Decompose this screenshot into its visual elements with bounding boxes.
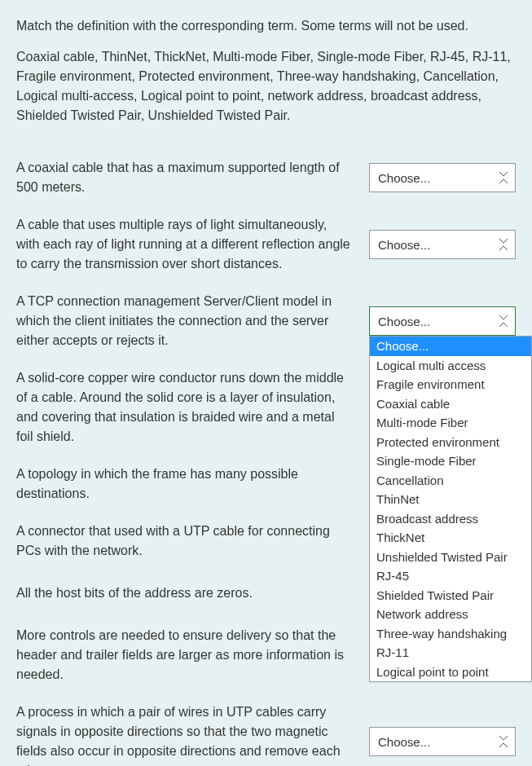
- dropdown-option[interactable]: Coaxial cable: [370, 394, 531, 414]
- dropdown-option[interactable]: Shielded Twisted Pair: [370, 586, 531, 605]
- question-row: A TCP connection management Server/Clien…: [16, 292, 516, 350]
- answer-select-wrap: Choose...: [369, 163, 516, 192]
- dropdown-option[interactable]: ThinNet: [370, 490, 531, 509]
- question-text: More controls are needed to ensure deliv…: [16, 626, 353, 685]
- dropdown-option[interactable]: RJ-11: [370, 643, 531, 663]
- dropdown-option[interactable]: Logical point to point: [370, 663, 531, 682]
- question-text: A cable that uses multiple rays of light…: [16, 215, 353, 274]
- question-text: A coaxial cable that has a maximum suppo…: [16, 158, 353, 197]
- dropdown-option[interactable]: Unshielded Twisted Pair: [370, 548, 531, 567]
- dropdown-option[interactable]: ThickNet: [370, 528, 531, 548]
- dropdown-option[interactable]: Broadcast address: [370, 509, 531, 529]
- dropdown-option[interactable]: Protected environment: [370, 433, 531, 452]
- answer-select-wrap: Choose...: [369, 727, 516, 756]
- answer-select[interactable]: Choose...: [369, 727, 516, 756]
- dropdown-option[interactable]: Logical multi access: [370, 356, 531, 376]
- question-row: A coaxial cable that has a maximum suppo…: [16, 158, 516, 197]
- answer-select[interactable]: Choose...: [369, 306, 516, 336]
- dropdown-option[interactable]: Network address: [370, 605, 531, 624]
- question-text: A connector that used with a UTP cable f…: [16, 522, 353, 561]
- question-text: A solid-core copper wire conductor runs …: [16, 368, 353, 447]
- dropdown-panel[interactable]: Choose...Logical multi accessFragile env…: [369, 336, 532, 682]
- dropdown-option[interactable]: Fragile environment: [370, 375, 531, 394]
- answer-select-wrap: Choose...: [369, 230, 516, 259]
- dropdown-option[interactable]: Three-way handshaking: [370, 624, 531, 644]
- questions-container: A coaxial cable that has a maximum suppo…: [16, 158, 516, 766]
- answer-select[interactable]: Choose...: [369, 230, 516, 259]
- instructions-block: Match the definition with the correspond…: [16, 16, 516, 125]
- dropdown-option[interactable]: Single-mode Fiber: [370, 451, 531, 471]
- question-row: A cable that uses multiple rays of light…: [16, 215, 516, 274]
- dropdown-option[interactable]: RJ-45: [370, 566, 531, 586]
- answer-select-wrap: Choose...Choose...Logical multi accessFr…: [369, 306, 516, 336]
- question-text: All the host bits of the address are zer…: [16, 583, 353, 603]
- question-row: A process in which a pair of wires in UT…: [16, 702, 516, 766]
- dropdown-option[interactable]: Choose...: [370, 337, 531, 356]
- question-text: A TCP connection management Server/Clien…: [16, 292, 353, 350]
- question-text: A topology in which the frame has many p…: [16, 464, 353, 504]
- instruction-text: Match the definition with the correspond…: [16, 16, 516, 36]
- question-text: A process in which a pair of wires in UT…: [16, 702, 353, 766]
- terms-list: Coaxial cable, ThinNet, ThickNet, Multi-…: [16, 47, 516, 125]
- dropdown-option[interactable]: Cancellation: [370, 471, 531, 491]
- answer-select[interactable]: Choose...: [369, 163, 516, 192]
- dropdown-option[interactable]: Multi-mode Fiber: [370, 413, 531, 433]
